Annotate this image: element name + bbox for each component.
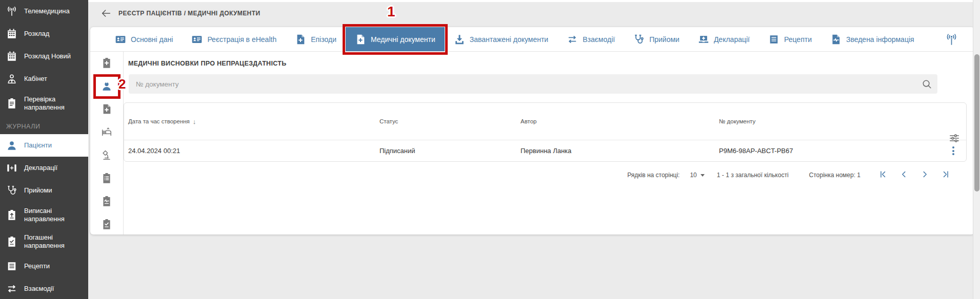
strip-item-hospitalization[interactable]: [101, 126, 112, 138]
page-number-label: Сторінка номер: 1: [809, 172, 861, 179]
clipboard-plus-icon: [101, 57, 112, 69]
tab-label: Основні дані: [131, 35, 173, 44]
stethoscope-icon: [633, 34, 645, 45]
receipt-icon: [6, 261, 17, 272]
search-icon: [921, 78, 932, 90]
first-page-icon: [878, 169, 888, 179]
file-plus-icon: [295, 34, 306, 45]
rows-per-page-value: 10: [690, 172, 696, 179]
sidebar-item-schedule[interactable]: Розклад: [0, 23, 88, 45]
tab-episodes[interactable]: Епізоди: [286, 27, 346, 51]
clipboard-lines-icon: [6, 98, 17, 109]
patient-icon: [6, 140, 17, 151]
row-actions-button[interactable]: [946, 143, 961, 159]
strip-item-clipboard-pulse[interactable]: [101, 196, 112, 207]
sidebar-item-label: Виписані направлення: [24, 207, 79, 224]
id-card-icon: [115, 34, 126, 45]
sidebar-item-label: Декларації: [24, 164, 79, 172]
tab-interactions[interactable]: Взаємодії: [557, 27, 624, 51]
calendar-icon: [6, 51, 17, 62]
sidebar-item-label: Перевірка направлення: [24, 95, 79, 112]
calendar-icon: [6, 28, 17, 39]
filter-button[interactable]: [949, 133, 960, 144]
pagination-bar: Рядків на сторінці: 10 1 - 1 з загальної…: [123, 166, 974, 184]
previous-page-button[interactable]: [899, 169, 909, 181]
strip-item-clipboard-plus[interactable]: [101, 57, 112, 69]
cell-author: Первинна Ланка: [516, 147, 715, 155]
search-row: [129, 74, 937, 94]
chevron-right-icon: [920, 169, 930, 179]
bed-icon: [101, 126, 112, 138]
sidebar-item-schedule-new[interactable]: Розклад Новий: [0, 45, 88, 68]
table-row[interactable]: 24.04.2024 00:21 Підписаний Первинна Лан…: [124, 140, 966, 161]
tab-label: Епізоди: [311, 35, 336, 44]
sidebar-item-redeemed-referrals[interactable]: Погашені направлення: [0, 228, 88, 255]
stethoscope-icon: [6, 185, 17, 196]
file-plus-icon: [355, 34, 366, 45]
first-page-button[interactable]: [878, 169, 888, 181]
strip-item-file-plus[interactable]: [101, 103, 112, 115]
range-label: 1 - 1 з загальної кількості: [717, 172, 789, 179]
last-page-icon: [941, 169, 951, 179]
antenna-icon: [945, 33, 958, 46]
laptop-plus-icon: [698, 34, 709, 45]
column-header-created[interactable]: Дата та час створення ↓: [124, 118, 375, 125]
medical-documents-panel: МЕДИЧНІ ВИСНОВКИ ПРО НЕПРАЦЕЗДАТНІСТЬ Да…: [123, 51, 974, 234]
search-button[interactable]: [921, 78, 932, 90]
sidebar-item-label: Кабінет: [24, 75, 79, 83]
cell-created: 24.04.2024 00:21: [124, 147, 375, 155]
patient-icon: [101, 80, 112, 92]
clipboard-check-icon: [101, 219, 112, 230]
file-pulse-icon: [830, 34, 842, 45]
breadcrumb: РЕЄСТР ПАЦІЄНТІВ / МЕДИЧНІ ДОКУМЕНТИ: [118, 10, 260, 17]
tab-appointments[interactable]: Прийоми: [624, 27, 689, 51]
breadcrumb-bar: РЕЄСТР ПАЦІЄНТІВ / МЕДИЧНІ ДОКУМЕНТИ: [88, 2, 260, 25]
tab-medical-documents[interactable]: Медичні документи 1: [346, 27, 445, 51]
connectivity-status[interactable]: [945, 33, 958, 46]
strip-item-diagnostics[interactable]: [101, 150, 112, 161]
sidebar-item-patients[interactable]: Пацієнти: [0, 134, 88, 157]
strip-item-clipboard-check[interactable]: [101, 219, 112, 230]
sidebar-item-interactions[interactable]: Взаємодії: [0, 277, 88, 299]
rows-per-page-select[interactable]: 10: [690, 172, 704, 179]
vertical-scrollbar[interactable]: [973, 0, 980, 299]
tab-label: Медичні документи: [371, 35, 435, 44]
sort-desc-icon[interactable]: ↓: [193, 118, 196, 125]
sidebar-item-label: Розклад: [24, 30, 79, 38]
chevron-left-icon: [899, 169, 909, 179]
sidebar-item-issued-referrals[interactable]: Виписані направлення: [0, 202, 88, 228]
strip-item-disability-conclusions[interactable]: 2: [101, 80, 112, 92]
doctor-icon: [6, 73, 17, 84]
tab-declarations[interactable]: Декларації: [689, 27, 759, 51]
tab-label: Завантажені документи: [470, 35, 548, 44]
antenna-icon: [6, 6, 17, 17]
scrollbar-thumb[interactable]: [974, 54, 979, 191]
tab-label: Прийоми: [649, 35, 679, 44]
clipboard-arrow-icon: [6, 209, 17, 221]
file-plus-icon: [101, 103, 112, 115]
tab-label: Зведена інформація: [846, 35, 914, 44]
column-header-status: Статус: [375, 118, 516, 124]
search-input[interactable]: [129, 74, 937, 94]
tab-main-data[interactable]: Основні дані: [106, 27, 182, 51]
strip-item-clipboard-list[interactable]: [101, 173, 112, 184]
back-arrow-icon[interactable]: [101, 8, 112, 19]
sidebar-item-telemedicine[interactable]: Телемедицина: [0, 0, 88, 23]
tab-uploaded-documents[interactable]: Завантажені документи: [445, 27, 557, 51]
sidebar-item-appointments[interactable]: Прийоми: [0, 179, 88, 202]
annotation-step-1: 1: [387, 4, 395, 20]
sidebar-item-declarations[interactable]: Декларації: [0, 157, 88, 179]
tab-prescriptions[interactable]: Рецепти: [759, 27, 821, 51]
sidebar-item-label: Пацієнти: [24, 141, 79, 150]
sidebar-item-referral-check[interactable]: Перевірка направлення: [0, 90, 88, 117]
swap-arrows-icon: [6, 283, 17, 294]
patient-record-card: Основні дані Реєстрація в eHealth Епізод…: [90, 27, 974, 234]
microscope-icon: [101, 150, 112, 161]
sidebar-item-cabinet[interactable]: Кабінет: [0, 68, 88, 90]
last-page-button[interactable]: [941, 169, 951, 181]
sidebar-item-prescriptions[interactable]: Рецепти: [0, 255, 88, 277]
table-header-row: Дата та час створення ↓ Статус Автор № д…: [124, 103, 966, 140]
next-page-button[interactable]: [920, 169, 930, 181]
tab-ehealth-registration[interactable]: Реєстрація в eHealth: [182, 27, 286, 51]
tab-summary-info[interactable]: Зведена інформація: [821, 27, 924, 51]
